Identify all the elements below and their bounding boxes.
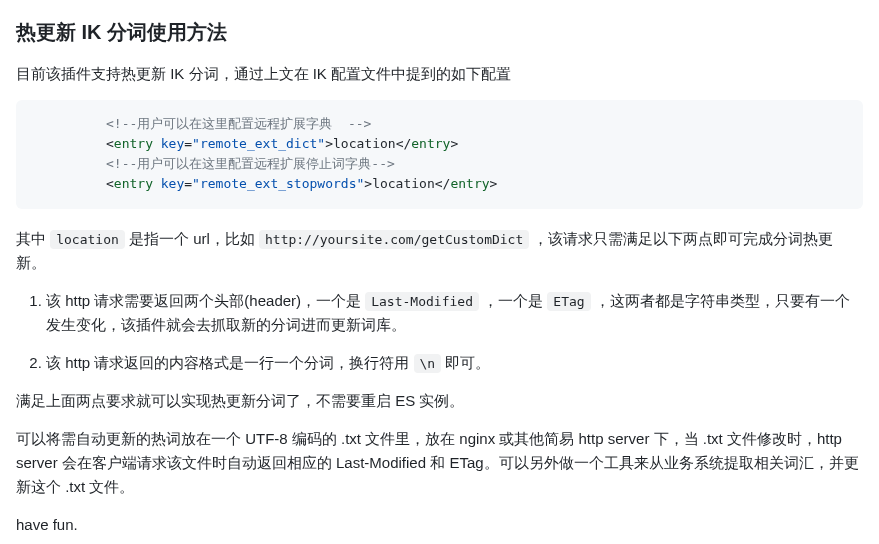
code-punc: < [106,136,114,151]
code-punc: </ [396,136,412,151]
code-tag: entry [114,176,153,191]
code-punc: > [325,136,333,151]
code-punc: </ [435,176,451,191]
code-comment: <!--用户可以在这里配置远程扩展字典 --> [106,116,371,131]
location-code: location [50,230,125,249]
etag-code: ETag [547,292,590,311]
code-quote: " [192,176,200,191]
code-punc: > [490,176,498,191]
newline-code: \n [414,354,442,373]
text-span: 即可。 [441,354,490,371]
text-span: 其中 [16,230,50,247]
code-text: location [333,136,396,151]
code-text: location [372,176,435,191]
text-span: 是指一个 url，比如 [125,230,259,247]
config-code-block: <!--用户可以在这里配置远程扩展字典 --> <entry key="remo… [16,100,863,209]
instructions-paragraph: 可以将需自动更新的热词放在一个 UTF-8 编码的 .txt 文件里，放在 ng… [16,427,863,499]
requirements-list: 该 http 请求需要返回两个头部(header)，一个是 Last-Modif… [16,289,863,375]
code-attr-val: remote_ext_dict [200,136,317,151]
last-modified-code: Last-Modified [365,292,479,311]
code-punc: = [184,176,192,191]
code-punc: > [450,136,458,151]
code-punc: = [184,136,192,151]
code-attr-val: remote_ext_stopwords [200,176,357,191]
closing-paragraph: have fun. [16,513,863,537]
url-code: http://yoursite.com/getCustomDict [259,230,529,249]
code-tag: entry [411,136,450,151]
code-attr: key [161,136,184,151]
code-tag: entry [450,176,489,191]
code-quote: " [192,136,200,151]
code-punc: < [106,176,114,191]
list-item: 该 http 请求返回的内容格式是一行一个分词，换行符用 \n 即可。 [46,351,863,375]
text-span: ，一个是 [479,292,547,309]
code-quote: " [317,136,325,151]
code-tag: entry [114,136,153,151]
code-punc: > [364,176,372,191]
list-item: 该 http 请求需要返回两个头部(header)，一个是 Last-Modif… [46,289,863,337]
text-span: 该 http 请求需要返回两个头部(header)，一个是 [46,292,365,309]
text-span: 该 http 请求返回的内容格式是一行一个分词，换行符用 [46,354,414,371]
code-comment: <!--用户可以在这里配置远程扩展停止词字典--> [106,156,395,171]
location-paragraph: 其中 location 是指一个 url，比如 http://yoursite.… [16,227,863,275]
summary-paragraph: 满足上面两点要求就可以实现热更新分词了，不需要重启 ES 实例。 [16,389,863,413]
page-title: 热更新 IK 分词使用方法 [16,16,863,48]
intro-paragraph: 目前该插件支持热更新 IK 分词，通过上文在 IK 配置文件中提到的如下配置 [16,62,863,86]
code-attr: key [161,176,184,191]
